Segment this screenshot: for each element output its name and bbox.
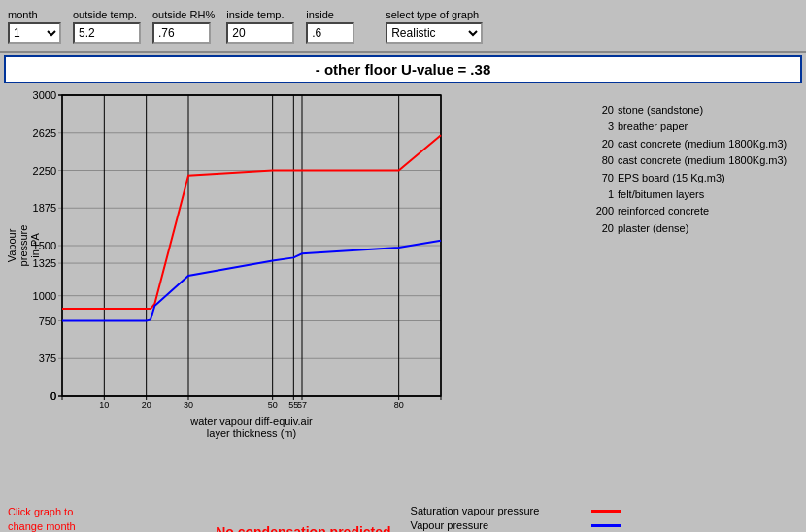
layer-name: cast concrete (medium 1800Kg.m3) — [618, 137, 787, 151]
layer-thickness: 80 — [587, 153, 614, 168]
graph-type-label: select type of graph — [386, 9, 479, 20]
outside-rh-input[interactable] — [152, 22, 211, 44]
click-graph-text[interactable]: Click graph tochange month — [8, 505, 118, 532]
inside-temp-input[interactable] — [226, 22, 294, 44]
legend-label: Saturation vapour pressure — [411, 505, 586, 516]
no-condensation-text: No condensation predicted — [216, 524, 390, 532]
chart-canvas[interactable] — [4, 85, 451, 454]
layer-name: reinforced concrete — [618, 204, 709, 218]
list-item: 20cast concrete (medium 1800Kg.m3) — [587, 137, 802, 151]
top-bar: month 1234 5678 9101112 outside temp. ou… — [0, 0, 806, 53]
graph-type-select[interactable]: Realistic Standard — [386, 22, 483, 44]
outside-temp-control: outside temp. — [73, 9, 141, 44]
layer-thickness: 20 — [587, 137, 614, 151]
page-title: - other floor U-value = .38 — [316, 61, 490, 78]
month-control: month 1234 5678 9101112 — [8, 9, 61, 44]
legend-label: Vapour pressure — [411, 519, 586, 531]
list-item: 3breather paper — [587, 119, 802, 134]
month-select[interactable]: 1234 5678 9101112 — [8, 22, 61, 44]
layer-name: plaster (dense) — [618, 221, 688, 236]
outside-temp-input[interactable] — [73, 22, 141, 44]
layer-thickness: 70 — [587, 171, 614, 185]
layer-thickness: 3 — [587, 119, 614, 134]
layer-name: breather paper — [618, 119, 688, 134]
no-condensation-area: No condensation predicted — [196, 505, 390, 532]
list-item: 20stone (sandstone) — [587, 103, 802, 117]
inside-temp-label: inside temp. — [226, 9, 284, 20]
legend-line — [591, 510, 621, 513]
legend-row: Saturation vapour pressure — [411, 505, 621, 516]
list-item: 20plaster (dense) — [587, 221, 802, 236]
main-content: 20stone (sandstone)3breather paper20cast… — [0, 85, 806, 503]
inside-label: inside — [306, 9, 334, 20]
month-label: month — [8, 9, 38, 20]
list-item: 80cast concrete (medium 1800Kg.m3) — [587, 153, 802, 168]
inside-control: inside — [306, 9, 354, 44]
list-item: 70EPS board (15 Kg.m3) — [587, 171, 802, 185]
layer-name: EPS board (15 Kg.m3) — [618, 171, 725, 185]
legend-line — [591, 524, 621, 527]
inside-temp-control: inside temp. — [226, 9, 294, 44]
layer-thickness: 20 — [587, 221, 614, 236]
layer-thickness: 200 — [587, 204, 614, 218]
layer-thickness: 1 — [587, 187, 614, 202]
bottom-section: Click graph tochange month water vapour … — [0, 503, 806, 532]
outside-rh-control: outside RH% — [152, 9, 215, 44]
graph-type-control: select type of graph Realistic Standard — [386, 9, 483, 44]
legend-row: Vapour pressure — [411, 519, 621, 531]
inside-input[interactable] — [306, 22, 354, 44]
outside-rh-label: outside RH% — [152, 9, 215, 20]
outside-temp-label: outside temp. — [73, 9, 137, 20]
layer-name: felt/bitumen layers — [618, 187, 704, 202]
list-item: 1felt/bitumen layers — [587, 187, 802, 202]
legend-area: Saturation vapour pressure Vapour pressu… — [411, 505, 621, 532]
layer-name: stone (sandstone) — [618, 103, 703, 117]
right-panel: 20stone (sandstone)3breather paper20cast… — [579, 85, 802, 503]
title-bar: - other floor U-value = .38 — [4, 55, 802, 83]
list-item: 200reinforced concrete — [587, 204, 802, 218]
layer-thickness: 20 — [587, 103, 614, 117]
layers-list: 20stone (sandstone)3breather paper20cast… — [587, 103, 802, 236]
bottom-left: Click graph tochange month water vapour … — [8, 505, 118, 532]
layer-name: cast concrete (medium 1800Kg.m3) — [618, 153, 787, 168]
chart-area[interactable] — [4, 85, 579, 454]
